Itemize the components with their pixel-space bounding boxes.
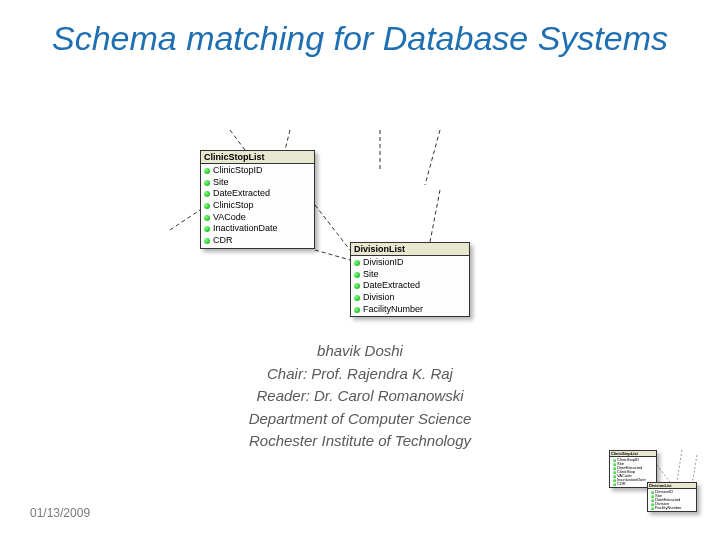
table-divisionlist: DivisionList DivisionID Site DateExtract…: [350, 242, 470, 317]
field-row: CDR: [204, 235, 311, 247]
slide-date: 01/13/2009: [30, 506, 90, 520]
svg-line-10: [692, 455, 697, 485]
field-label: ClinicStopID: [213, 165, 263, 177]
field-label: InactivationDate: [213, 223, 278, 235]
field-icon: [354, 307, 360, 313]
field-label: CDR: [213, 235, 233, 247]
field-icon: [204, 168, 210, 174]
field-icon: [354, 283, 360, 289]
field-row: ClinicStopID: [204, 165, 311, 177]
field-label: Division: [363, 292, 395, 304]
author-name: bhavik Doshi: [0, 340, 720, 363]
field-row: DivisionID: [354, 257, 466, 269]
field-icon: [354, 272, 360, 278]
reader-line: Reader: Dr. Carol Romanowski: [0, 385, 720, 408]
svg-line-4: [425, 130, 440, 185]
svg-line-7: [430, 190, 440, 242]
field-label: ClinicStop: [213, 200, 254, 212]
field-icon: [204, 238, 210, 244]
field-row: Site: [354, 269, 466, 281]
field-icon: [354, 295, 360, 301]
field-row: VACode: [204, 212, 311, 224]
table-header: ClinicStopList: [201, 151, 314, 164]
dept-line: Department of Computer Science: [0, 408, 720, 431]
field-row: Division: [354, 292, 466, 304]
field-label: VACode: [213, 212, 246, 224]
svg-line-5: [315, 205, 350, 250]
field-icon: [204, 215, 210, 221]
diagram-thumbnail: ClinicStopList ClinicStopID Site DateExt…: [607, 450, 702, 510]
svg-line-1: [230, 130, 245, 150]
field-row: ClinicStop: [204, 200, 311, 212]
field-label: Site: [363, 269, 379, 281]
svg-line-6: [315, 250, 350, 260]
svg-line-9: [677, 450, 682, 482]
credits-block: bhavik Doshi Chair: Prof. Rajendra K. Ra…: [0, 340, 720, 453]
schema-diagram: ClinicStopList ClinicStopID Site DateExt…: [170, 130, 550, 320]
field-label: DivisionID: [363, 257, 404, 269]
svg-line-0: [170, 210, 200, 230]
field-label: DateExtracted: [213, 188, 270, 200]
thumb-table-division: DivisionList DivisionID Site DateExtract…: [647, 482, 697, 512]
field-icon: [204, 180, 210, 186]
slide-title: Schema matching for Database Systems: [0, 20, 720, 57]
field-label: Site: [213, 177, 229, 189]
field-row: FacilityNumber: [354, 304, 466, 316]
field-label: DateExtracted: [363, 280, 420, 292]
field-row: Site: [204, 177, 311, 189]
field-icon: [204, 191, 210, 197]
field-row: InactivationDate: [204, 223, 311, 235]
field-icon: [204, 203, 210, 209]
table-clinicstoplist: ClinicStopList ClinicStopID Site DateExt…: [200, 150, 315, 249]
field-icon: [354, 260, 360, 266]
svg-line-2: [285, 130, 290, 150]
table-header: DivisionList: [351, 243, 469, 256]
field-icon: [204, 226, 210, 232]
field-label: FacilityNumber: [363, 304, 423, 316]
field-row: DateExtracted: [354, 280, 466, 292]
chair-line: Chair: Prof. Rajendra K. Raj: [0, 363, 720, 386]
field-row: DateExtracted: [204, 188, 311, 200]
